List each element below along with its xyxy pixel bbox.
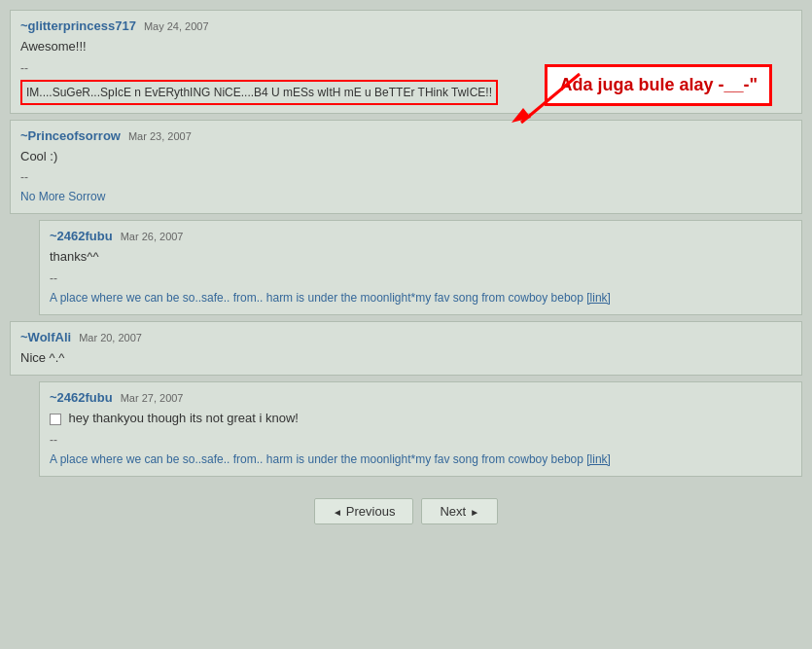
comment-line: Awesome!!!	[20, 37, 792, 56]
comment-username[interactable]: ~WolfAli	[20, 330, 71, 344]
next-arrow-icon	[470, 504, 479, 519]
comment-username[interactable]: ~Princeofsorrow	[20, 128, 121, 143]
comment-line: Nice ^.^	[20, 348, 792, 368]
next-button[interactable]: Next	[421, 498, 498, 524]
checkbox[interactable]	[50, 414, 61, 425]
next-label: Next	[440, 504, 466, 519]
sig-text: A place where we can be so..safe.. from.…	[50, 452, 586, 466]
comment-block: ~glitterprincess717 May 24, 2007 Awesome…	[10, 10, 802, 114]
comment-body: Nice ^.^	[20, 348, 792, 368]
previous-label: Previous	[346, 504, 396, 519]
comment-body: hey thankyou though its not great i know…	[50, 409, 792, 468]
comment-body: thanks^^ -- A place where we can be so..…	[50, 247, 792, 306]
svg-line-0	[521, 74, 580, 123]
sig-link[interactable]: [link]	[586, 452, 611, 466]
annotation-arrow	[502, 69, 589, 127]
sig-link[interactable]: [link]	[586, 291, 611, 305]
comment-username[interactable]: ~2462fubu	[50, 229, 113, 243]
comment-date: Mar 20, 2007	[79, 332, 142, 343]
comment-header: ~WolfAli Mar 20, 2007	[20, 330, 792, 344]
sig-text: A place where we can be so..safe.. from.…	[50, 291, 586, 305]
comment-sig: A place where we can be so..safe.. from.…	[50, 289, 792, 306]
comment-separator: --	[20, 168, 792, 186]
comment-line: hey thankyou though its not great i know…	[50, 409, 792, 428]
comment-header: ~2462fubu Mar 26, 2007	[50, 229, 792, 243]
comment-block: ~Princeofsorrow Mar 23, 2007 Cool :) -- …	[10, 120, 802, 215]
highlighted-text-box: IM....SuGeR...SpIcE n EvERythING NiCE...…	[20, 80, 498, 105]
page-wrapper: ~glitterprincess717 May 24, 2007 Awesome…	[0, 0, 812, 544]
comment-block-indented: ~2462fubu Mar 26, 2007 thanks^^ -- A pla…	[39, 220, 802, 315]
comment-sig: A place where we can be so..safe.. from.…	[50, 451, 792, 468]
comment-body: Cool :) -- No More Sorrow	[20, 147, 792, 206]
comment-date: Mar 23, 2007	[128, 130, 192, 142]
comment-block: ~WolfAli Mar 20, 2007 Nice ^.^	[10, 321, 802, 377]
comment-header: ~2462fubu Mar 27, 2007	[50, 390, 792, 405]
comment-header: ~glitterprincess717 May 24, 2007	[20, 18, 792, 33]
comment-block-indented: ~2462fubu Mar 27, 2007 hey thankyou thou…	[39, 381, 802, 477]
pagination-bar: Previous Next	[10, 483, 802, 534]
comment-header: ~Princeofsorrow Mar 23, 2007	[20, 128, 792, 143]
previous-button[interactable]: Previous	[314, 498, 413, 524]
comment-line: thanks^^	[50, 247, 792, 267]
comment-separator: --	[50, 270, 792, 287]
comment-username[interactable]: ~2462fubu	[50, 390, 113, 405]
comment-separator: --	[50, 431, 792, 449]
comment-date: Mar 26, 2007	[121, 231, 184, 242]
comment-date: Mar 27, 2007	[121, 392, 184, 404]
previous-arrow-icon	[333, 504, 342, 519]
comment-date: May 24, 2007	[144, 20, 209, 32]
comment-line: Cool :)	[20, 147, 792, 166]
comment-sig[interactable]: No More Sorrow	[20, 188, 792, 205]
svg-marker-1	[512, 108, 531, 123]
comment-username[interactable]: ~glitterprincess717	[20, 18, 136, 33]
